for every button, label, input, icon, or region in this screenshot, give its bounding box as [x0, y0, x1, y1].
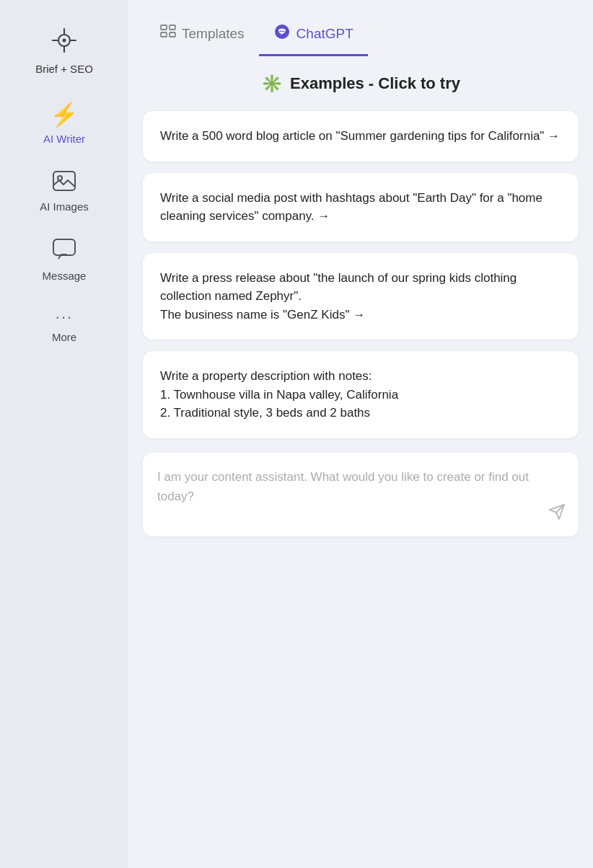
sun-icon: ✳️ [261, 74, 283, 94]
tab-templates-label: Templates [182, 26, 245, 42]
sidebar-item-ai-writer-label: AI Writer [43, 133, 85, 145]
example-card-2[interactable]: Write a social media post with hashtags … [143, 173, 579, 242]
tab-chatgpt[interactable]: ChatGPT [259, 13, 368, 56]
svg-point-14 [279, 31, 281, 32]
send-icon[interactable] [548, 503, 566, 525]
svg-point-16 [283, 31, 284, 32]
lightning-icon: ⚡ [50, 101, 79, 128]
tab-templates[interactable]: Templates [146, 14, 259, 55]
tabs-bar: Templates ChatGPT [128, 0, 593, 56]
svg-point-15 [281, 31, 283, 32]
sidebar-item-ai-images-label: AI Images [40, 200, 89, 213]
crosshair-icon [51, 27, 77, 58]
examples-header: ✳️ Examples - Click to try [143, 74, 579, 94]
chat-bubble-icon [273, 23, 291, 44]
sidebar-item-ai-images[interactable]: AI Images [0, 158, 128, 226]
example-card-4-line3: 2. Traditional style, 3 beds and 2 baths [160, 404, 561, 422]
svg-rect-12 [170, 32, 175, 37]
sidebar-item-message[interactable]: Message [0, 226, 128, 295]
example-card-4[interactable]: Write a property description with notes:… [143, 351, 579, 438]
dots-icon: ··· [56, 308, 73, 327]
chat-input-placeholder: I am your content assistant. What would … [157, 467, 564, 525]
tab-chatgpt-label: ChatGPT [296, 26, 353, 42]
example-card-2-text: Write a social media post with hashtags … [160, 191, 543, 223]
sidebar-item-brief-seo-label: Brief + SEO [35, 63, 93, 75]
content-area: ✳️ Examples - Click to try Write a 500 w… [128, 56, 593, 868]
example-card-1-text: Write a 500 word blog article on "Summer… [160, 129, 560, 143]
svg-rect-10 [170, 25, 175, 30]
example-card-1[interactable]: Write a 500 word blog article on "Summer… [143, 111, 579, 161]
svg-point-5 [63, 39, 66, 43]
grid-icon [160, 25, 176, 43]
main-content: Templates ChatGPT ✳️ Examples - Click to… [128, 0, 593, 868]
example-card-3-line1: Write a press release about "the launch … [160, 269, 561, 306]
image-icon [53, 171, 76, 196]
example-card-3-line2: The business name is "GenZ Kids" → [160, 306, 561, 324]
chat-icon [53, 239, 76, 265]
sidebar-item-more-label: More [52, 331, 76, 343]
example-card-4-line1: Write a property description with notes: [160, 367, 561, 386]
svg-rect-11 [161, 32, 167, 37]
chat-input-area[interactable]: I am your content assistant. What would … [143, 453, 579, 536]
example-card-4-line2: 1. Townhouse villa in Napa valley, Calif… [160, 386, 561, 404]
svg-point-7 [58, 176, 62, 180]
svg-rect-9 [161, 25, 167, 30]
examples-title: Examples - Click to try [290, 74, 460, 93]
svg-rect-6 [53, 172, 75, 190]
sidebar-item-message-label: Message [43, 270, 87, 282]
svg-rect-8 [53, 239, 75, 255]
example-card-3[interactable]: Write a press release about "the launch … [143, 253, 579, 340]
sidebar: Brief + SEO ⚡ AI Writer AI Images Messag… [0, 0, 128, 868]
sidebar-item-ai-writer[interactable]: ⚡ AI Writer [0, 88, 128, 158]
sidebar-item-brief-seo[interactable]: Brief + SEO [0, 14, 128, 88]
sidebar-item-more[interactable]: ··· More [0, 295, 128, 356]
